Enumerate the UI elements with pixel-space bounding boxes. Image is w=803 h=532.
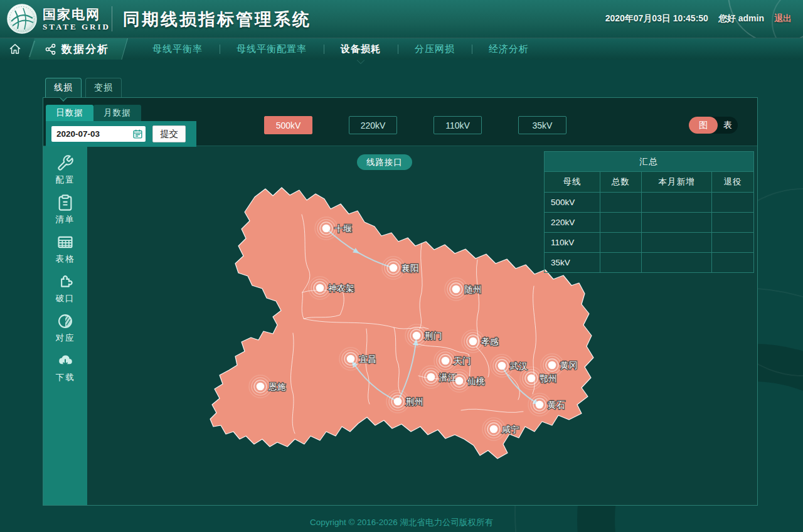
marker-dot: [498, 362, 506, 370]
city-label: 黄石: [548, 400, 565, 410]
city-label: 鄂州: [540, 374, 557, 383]
city-label: 天门: [454, 356, 471, 366]
state-grid-globe-icon: [6, 3, 38, 35]
sidebar-item-下载[interactable]: 下载: [56, 352, 75, 383]
header-bar: 国家电网 STATE GRID 同期线损指标管理系统 2020年07月03日 1…: [0, 0, 803, 38]
header-divider: [112, 6, 112, 31]
summary-row-35kV: 35kV: [545, 253, 754, 273]
marker-dot: [316, 284, 324, 292]
summary-cell: [600, 193, 642, 213]
period-tabs: 日数据月数据: [46, 105, 196, 121]
footer-copyright: Copyright © 2016-2026 湖北省电力公司版权所有: [0, 517, 803, 528]
summary-col-本月新增: 本月新增: [642, 172, 712, 193]
summary-row-label: 35kV: [545, 253, 600, 273]
nav-section-label: 数据分析: [61, 42, 109, 56]
summary-cell: [712, 213, 754, 233]
home-icon: [9, 43, 21, 55]
summary-cell: [600, 253, 642, 273]
sidebar-item-对应[interactable]: 对应: [56, 312, 75, 344]
share-network-icon: [45, 43, 56, 55]
nav-item-母线平衡配置率[interactable]: 母线平衡配置率: [220, 38, 324, 60]
summary-table-title: 汇总: [545, 152, 754, 172]
wrench-icon: [56, 154, 74, 172]
summary-cell: [642, 233, 712, 253]
summary-row-label: 500kV: [545, 193, 600, 213]
period-selector: 日数据月数据 提交: [46, 105, 196, 147]
brand-name-cn: 国家电网: [43, 7, 110, 22]
summary-col-母线: 母线: [545, 172, 600, 193]
summary-row-220kV: 220kV: [545, 213, 754, 233]
marker-dot: [442, 357, 450, 365]
summary-table-card: 汇总 母线总数本月新增退役 500kV220kV110kV35kV: [544, 151, 753, 273]
sidebar-item-label: 配置: [56, 174, 75, 186]
marker-dot: [413, 332, 421, 340]
brand-logo: 国家电网 STATE GRID: [6, 3, 110, 35]
summary-row-110kV: 110kV: [545, 233, 754, 253]
date-input[interactable]: [51, 126, 146, 142]
voltage-filter-group: 500kV220kV110kV35kV: [264, 116, 566, 134]
city-label: 神农架: [328, 284, 354, 293]
home-button[interactable]: [0, 38, 29, 60]
nav-menu: 母线平衡率母线平衡配置率设备损耗分压网损经济分析: [136, 38, 546, 60]
active-nav-notch: [357, 55, 365, 63]
sidebar-item-表格[interactable]: 表格: [56, 233, 75, 265]
voltage-button-35kV[interactable]: 35kV: [518, 116, 566, 134]
sidebar-item-破口[interactable]: 破口: [56, 273, 75, 304]
city-label: 随州: [464, 285, 482, 294]
marker-dot: [548, 361, 556, 370]
city-label: 荆门: [425, 331, 442, 341]
marker-dot: [536, 401, 544, 409]
period-tab-月数据[interactable]: 月数据: [93, 105, 141, 121]
date-picker[interactable]: [51, 126, 146, 142]
tab-变损[interactable]: 变损: [85, 78, 122, 97]
tab-线损[interactable]: 线损: [45, 78, 82, 97]
province-outline[interactable]: [210, 188, 593, 459]
summary-table-header-row: 母线总数本月新增退役: [545, 172, 754, 193]
city-label: 黄冈: [560, 361, 578, 370]
sidebar-item-label: 表格: [56, 253, 75, 265]
chart-table-toggle[interactable]: 图 表: [689, 117, 738, 134]
sidebar-item-label: 下载: [56, 372, 75, 383]
logout-link[interactable]: 退出: [774, 13, 792, 24]
nav-item-分压网损[interactable]: 分压网损: [398, 38, 472, 60]
city-label: 宜昌: [359, 354, 376, 364]
submit-button[interactable]: 提交: [152, 125, 186, 142]
sidebar-item-label: 破口: [56, 293, 75, 304]
summary-cell: [642, 193, 712, 213]
content-panel: 日数据月数据 提交 500kV220kV110kV35kV 图 表: [43, 97, 758, 506]
nav-item-设备损耗[interactable]: 设备损耗: [324, 38, 398, 60]
voltage-button-110kV[interactable]: 110kV: [433, 116, 482, 134]
toggle-chart-option[interactable]: 图: [689, 117, 718, 134]
voltage-button-500kV[interactable]: 500kV: [264, 116, 312, 134]
summary-row-label: 110kV: [545, 233, 600, 253]
marker-dot: [469, 338, 477, 346]
app-root: 国家电网 STATE GRID 同期线损指标管理系统 2020年07月03日 1…: [0, 0, 803, 532]
sidebar-item-清单[interactable]: 清单: [56, 194, 75, 225]
sidebar-item-label: 清单: [56, 214, 75, 225]
summary-cell: [712, 253, 754, 273]
calendar-icon[interactable]: [132, 129, 143, 139]
summary-cell: [600, 233, 642, 253]
period-tab-日数据[interactable]: 日数据: [46, 105, 93, 121]
panel-body: 配置清单表格破口对应下载 十堰襄阳神农架随州荆门孝感宜昌天门武汉黄冈潜江仙桃鄂州…: [43, 146, 757, 505]
brand-name-en: STATE GRID: [43, 22, 110, 31]
summary-row-500kV: 500kV: [545, 193, 754, 213]
nav-section-data-analysis[interactable]: 数据分析: [35, 38, 128, 60]
city-label: 咸宁: [502, 425, 519, 434]
toggle-table-option[interactable]: 表: [718, 117, 738, 134]
sidebar-item-配置[interactable]: 配置: [56, 154, 75, 186]
marker-dot: [347, 355, 355, 363]
marker-dot: [455, 377, 464, 385]
city-label: 仙桃: [467, 376, 485, 386]
line-interface-button[interactable]: 线路接口: [357, 154, 412, 170]
city-label: 襄阳: [402, 263, 419, 273]
nav-item-母线平衡率[interactable]: 母线平衡率: [136, 38, 220, 60]
summary-col-总数: 总数: [600, 172, 642, 193]
marker-dot: [394, 398, 402, 406]
voltage-button-220kV[interactable]: 220kV: [349, 116, 397, 134]
city-label: 孝感: [481, 337, 499, 346]
summary-row-label: 220kV: [545, 213, 600, 233]
nav-item-经济分析[interactable]: 经济分析: [472, 38, 546, 60]
summary-cell: [712, 233, 754, 253]
tool-sidebar: 配置清单表格破口对应下载: [43, 146, 87, 505]
